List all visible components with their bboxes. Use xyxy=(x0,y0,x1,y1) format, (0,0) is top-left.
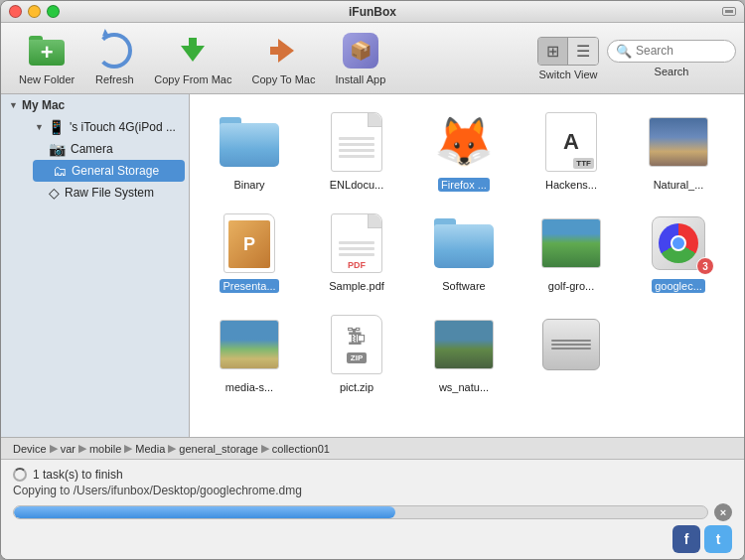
device-icon: 📱 xyxy=(48,119,65,135)
facebook-button[interactable]: f xyxy=(672,525,700,553)
raw-file-system-label: Raw File System xyxy=(65,186,154,200)
task-count: 1 task(s) to finish xyxy=(33,468,123,482)
device-children: 📷 Camera 🗂 General Storage ◇ Raw File Sy… xyxy=(15,138,189,204)
search-input[interactable] xyxy=(636,44,725,58)
breadcrumb-sep: ▶ xyxy=(261,442,269,455)
breadcrumb-item[interactable]: mobile xyxy=(89,443,121,455)
doc-icon-enl xyxy=(325,110,388,174)
breadcrumb-item[interactable]: general_storage xyxy=(179,443,258,455)
breadcrumb-item[interactable]: Device xyxy=(13,443,47,455)
file-label: Firefox ... xyxy=(438,178,490,192)
breadcrumb-sep: ▶ xyxy=(124,442,132,455)
list-item[interactable]: Software xyxy=(414,206,514,299)
toolbar: + New Folder Refresh Copy From Mac Copy … xyxy=(1,23,744,94)
list-item[interactable]: Binary xyxy=(200,104,299,198)
sidebar-item-device[interactable]: ▼ 📱 's iTouch 4G(iPod ... xyxy=(15,116,189,138)
file-label: Sample.pdf xyxy=(326,279,387,293)
camera-label: Camera xyxy=(71,142,113,156)
list-item[interactable]: golf-gro... xyxy=(522,206,621,299)
list-item[interactable]: 🗜 ZIP pict.zip xyxy=(307,307,406,400)
minimize-button[interactable] xyxy=(28,5,41,18)
install-app-button[interactable]: 📦 Install App xyxy=(326,27,396,89)
close-progress-button[interactable]: × xyxy=(714,503,732,521)
breadcrumb-item[interactable]: var xyxy=(61,443,75,455)
install-app-icon: 📦 xyxy=(341,31,380,70)
file-area: Binary xyxy=(190,94,744,437)
file-label: Presenta... xyxy=(220,279,278,293)
maximize-button[interactable] xyxy=(47,5,60,18)
folder-icon-binary xyxy=(218,110,281,174)
my-mac-section[interactable]: ▼ My Mac xyxy=(1,94,189,116)
copy-from-mac-icon xyxy=(173,31,213,70)
sidebar: ▼ My Mac ▼ 📱 's iTouch 4G(iPod ... 📷 Cam… xyxy=(1,94,190,437)
sidebar-item-raw-file-system[interactable]: ◇ Raw File System xyxy=(29,182,189,204)
refresh-icon xyxy=(94,31,134,70)
main-area: ▼ My Mac ▼ 📱 's iTouch 4G(iPod ... 📷 Cam… xyxy=(1,94,744,437)
task-description: Copying to /Users/ifunbox/Desktop/google… xyxy=(13,484,732,497)
spinner-icon xyxy=(13,468,27,482)
grid-view-button[interactable]: ⊞ xyxy=(538,38,568,65)
copy-from-mac-label: Copy From Mac xyxy=(154,73,231,85)
list-item[interactable]: A TTF Hackens... xyxy=(522,104,621,198)
window-controls xyxy=(9,5,60,18)
list-item[interactable]: ENLdocu... xyxy=(307,104,406,198)
list-item[interactable]: 3 googlec... xyxy=(629,206,728,299)
search-icon: 🔍 xyxy=(616,44,632,59)
badge-file-icon xyxy=(539,313,603,376)
list-item[interactable] xyxy=(522,307,621,400)
general-storage-label: General Storage xyxy=(72,164,159,178)
search-input-wrap: 🔍 xyxy=(607,40,736,63)
ttf-icon: A TTF xyxy=(539,110,603,174)
copy-from-mac-button[interactable]: Copy From Mac xyxy=(144,27,241,89)
close-icon: × xyxy=(720,506,726,518)
breadcrumb-item[interactable]: collection01 xyxy=(272,443,330,455)
breadcrumb-item[interactable]: Media xyxy=(135,443,165,455)
switch-view-group: ⊞ ☰ Switch View xyxy=(537,37,599,80)
view-toggle: ⊞ ☰ xyxy=(537,37,599,66)
close-button[interactable] xyxy=(9,5,22,18)
resize-handle xyxy=(722,7,736,16)
sidebar-item-general-storage[interactable]: 🗂 General Storage xyxy=(33,160,185,182)
pdf-icon: PDF xyxy=(325,211,388,275)
list-item[interactable]: P Presenta... xyxy=(200,206,299,299)
file-label: golf-gro... xyxy=(545,279,597,293)
list-item[interactable]: media-s... xyxy=(200,307,299,400)
toolbar-right: ⊞ ☰ Switch View 🔍 Search xyxy=(537,37,736,80)
bottom-panel: 1 task(s) to finish Copying to /Users/if… xyxy=(1,459,744,559)
storage-icon: 🗂 xyxy=(53,163,67,179)
image-golf-icon xyxy=(539,211,603,275)
device-section: ▼ 📱 's iTouch 4G(iPod ... 📷 Camera 🗂 Gen… xyxy=(1,116,189,204)
title-bar: iFunBox xyxy=(1,1,744,23)
sidebar-item-camera[interactable]: 📷 Camera xyxy=(29,138,189,160)
list-item[interactable]: PDF Sample.pdf xyxy=(307,206,406,299)
refresh-button[interactable]: Refresh xyxy=(84,27,144,89)
social-buttons: f t xyxy=(13,525,732,553)
window-title: iFunBox xyxy=(349,5,396,19)
pptx-icon: P xyxy=(218,211,281,275)
file-label: Software xyxy=(439,279,488,293)
new-folder-button[interactable]: + New Folder xyxy=(9,27,84,89)
twitter-button[interactable]: t xyxy=(704,525,732,553)
file-label: Binary xyxy=(230,178,267,192)
copy-to-mac-icon xyxy=(264,31,304,70)
new-folder-icon: + xyxy=(27,31,67,70)
list-item[interactable]: Natural_... xyxy=(629,104,728,198)
folder-icon-software xyxy=(432,211,496,275)
main-window: iFunBox + New Folder Refresh xyxy=(0,0,745,560)
chrome-icon: 3 xyxy=(647,211,710,275)
progress-fill xyxy=(14,506,395,518)
facebook-icon: f xyxy=(684,531,689,547)
list-item[interactable]: ws_natu... xyxy=(414,307,514,400)
file-label: Natural_... xyxy=(651,178,707,192)
copy-to-mac-label: Copy To Mac xyxy=(252,73,316,85)
install-app-label: Install App xyxy=(336,73,386,85)
copy-to-mac-button[interactable]: Copy To Mac xyxy=(242,27,326,89)
list-item[interactable]: 🦊 Firefox ... xyxy=(414,104,514,198)
file-grid: Binary xyxy=(200,104,734,400)
task-header: 1 task(s) to finish xyxy=(13,468,732,482)
search-label: Search xyxy=(655,66,689,77)
breadcrumb-bar: Device ▶ var ▶ mobile ▶ Media ▶ general_… xyxy=(1,437,744,459)
firefox-icon: 🦊 xyxy=(432,110,496,174)
list-view-button[interactable]: ☰ xyxy=(568,38,598,65)
file-label: pict.zip xyxy=(337,380,376,394)
